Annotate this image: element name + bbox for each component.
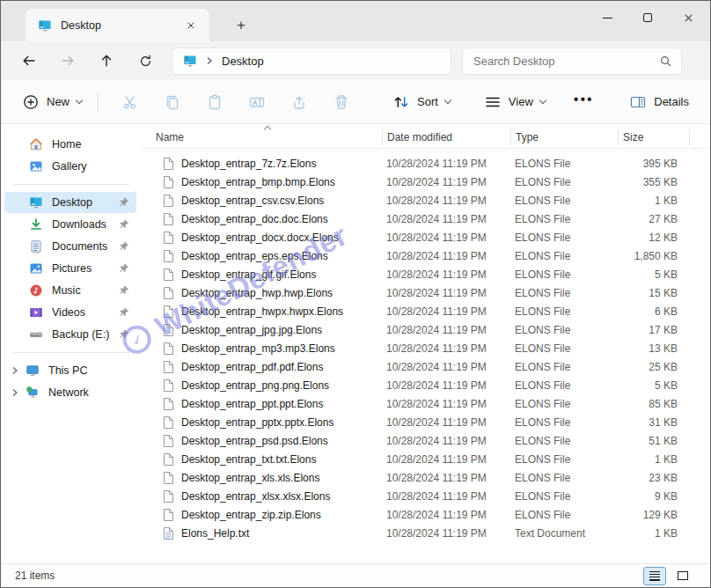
file-row[interactable]: Desktop_entrap_ppt.ppt.Elons10/28/2024 1…	[142, 394, 710, 413]
file-size: 1 KB	[618, 453, 690, 466]
search-box[interactable]	[462, 48, 682, 75]
file-row[interactable]: Desktop_entrap_doc.doc.Elons10/28/2024 1…	[142, 209, 710, 228]
breadcrumb-chevron-icon[interactable]	[205, 55, 214, 66]
file-row[interactable]: Desktop_entrap_zip.zip.Elons10/28/2024 1…	[142, 505, 710, 524]
file-icon	[163, 508, 174, 522]
address-bar[interactable]: Desktop	[172, 48, 451, 75]
navigation-bar: Desktop	[1, 41, 710, 80]
sidebar-item-this-pc[interactable]: This PC	[4, 360, 136, 381]
back-button[interactable]	[10, 46, 48, 76]
file-row[interactable]: Desktop_entrap_txt.txt.Elons10/28/2024 1…	[142, 450, 710, 468]
new-label: New	[47, 95, 70, 108]
up-button[interactable]	[87, 46, 126, 76]
file-row[interactable]: Desktop_entrap_7z.7z.Elons10/28/2024 11:…	[142, 154, 710, 173]
file-row[interactable]: Desktop_entrap_xlsx.xlsx.Elons10/28/2024…	[142, 487, 710, 505]
pin-icon	[119, 329, 129, 340]
file-name-cell: Desktop_entrap_gif.gif.Elons	[156, 268, 382, 282]
file-size: 25 KB	[618, 361, 690, 373]
refresh-button[interactable]	[126, 46, 165, 76]
share-button[interactable]	[290, 93, 308, 111]
column-header-type[interactable]: Type	[510, 129, 618, 146]
file-name: Desktop_entrap_csv.csv.Elons	[181, 195, 324, 207]
file-icon	[163, 194, 174, 208]
maximize-button[interactable]	[627, 3, 668, 33]
sidebar-item-gallery[interactable]: Gallery	[4, 156, 136, 177]
file-date-modified: 10/28/2024 11:19 PM	[382, 250, 510, 262]
paste-icon	[206, 93, 224, 111]
tab-desktop[interactable]: Desktop	[26, 9, 209, 41]
file-name-cell: Desktop_entrap_hwp.hwp.Elons	[156, 286, 382, 300]
large-icons-view-toggle[interactable]	[671, 567, 694, 585]
title-bar: Desktop +	[1, 1, 710, 41]
tab-title: Desktop	[61, 19, 172, 32]
tab-close-icon[interactable]	[181, 16, 201, 35]
view-button[interactable]: View	[479, 88, 551, 116]
new-tab-button[interactable]: +	[230, 14, 253, 37]
file-name-cell: Desktop_entrap_zip.zip.Elons	[156, 508, 382, 522]
file-row[interactable]: Desktop_entrap_hwpx.hwpx.Elons10/28/2024…	[142, 302, 710, 320]
file-row[interactable]: Desktop_entrap_png.png.Elons10/28/2024 1…	[142, 376, 710, 394]
file-row[interactable]: Desktop_entrap_jpg.jpg.Elons10/28/2024 1…	[142, 320, 710, 339]
sidebar-item-backup-e[interactable]: Backup (E:)	[4, 324, 136, 345]
sidebar-item-music[interactable]: Music	[4, 280, 136, 301]
file-size: 1 KB	[618, 195, 690, 207]
rename-icon	[248, 93, 266, 111]
sidebar-divider	[13, 184, 129, 185]
file-row[interactable]: Desktop_entrap_eps.eps.Elons10/28/2024 1…	[142, 246, 710, 265]
file-date-modified: 10/28/2024 11:19 PM	[382, 509, 510, 521]
file-size: 31 KB	[618, 416, 690, 429]
cut-button[interactable]	[121, 93, 139, 111]
file-row[interactable]: Desktop_entrap_psd.psd.Elons10/28/2024 1…	[142, 431, 710, 450]
copy-button[interactable]	[164, 93, 181, 111]
file-row[interactable]: Desktop_entrap_mp3.mp3.Elons10/28/2024 1…	[142, 339, 710, 357]
minimize-button[interactable]	[587, 3, 627, 33]
file-row[interactable]: Desktop_entrap_csv.csv.Elons10/28/2024 1…	[142, 191, 710, 209]
file-row[interactable]: Desktop_entrap_bmp.bmp.Elons10/28/2024 1…	[142, 173, 710, 191]
search-input[interactable]	[472, 54, 659, 69]
file-date-modified: 10/28/2024 11:19 PM	[382, 490, 510, 503]
file-name: Desktop_entrap_xls.xls.Elons	[181, 472, 319, 484]
paste-button[interactable]	[206, 93, 224, 111]
file-row[interactable]: Desktop_entrap_docx.docx.Elons10/28/2024…	[142, 228, 710, 246]
sidebar-item-network[interactable]: Network	[4, 382, 136, 403]
close-button[interactable]	[668, 3, 708, 33]
file-row[interactable]: Desktop_entrap_pptx.pptx.Elons10/28/2024…	[142, 413, 710, 431]
file-row[interactable]: Elons_Help.txt10/28/2024 11:19 PMText Do…	[142, 524, 710, 542]
command-bar: New Sort View ••• Details	[1, 80, 710, 124]
file-row[interactable]: Desktop_entrap_pdf.pdf.Elons10/28/2024 1…	[142, 357, 710, 376]
sidebar-item-desktop[interactable]: Desktop	[4, 192, 136, 213]
trash-icon	[333, 93, 350, 111]
column-header-size[interactable]: Size	[618, 129, 690, 146]
file-row[interactable]: Desktop_entrap_hwp.hwp.Elons10/28/2024 1…	[142, 283, 710, 302]
file-name: Desktop_entrap_psd.psd.Elons	[181, 435, 328, 447]
details-view-toggle[interactable]	[643, 567, 666, 585]
gallery-icon	[29, 159, 43, 173]
documents-icon	[29, 239, 43, 254]
sidebar-item-documents[interactable]: Documents	[4, 236, 136, 257]
file-type: ELONS File	[510, 213, 618, 225]
sort-button[interactable]: Sort	[387, 88, 456, 116]
file-name: Desktop_entrap_docx.docx.Elons	[181, 232, 339, 244]
rename-button[interactable]	[248, 93, 266, 111]
file-date-modified: 10/28/2024 11:19 PM	[382, 398, 510, 410]
file-type: ELONS File	[510, 361, 618, 373]
file-size: 13 KB	[618, 342, 690, 355]
status-bar: 21 items	[1, 563, 710, 587]
file-date-modified: 10/28/2024 11:19 PM	[382, 287, 510, 299]
file-row[interactable]: Desktop_entrap_gif.gif.Elons10/28/2024 1…	[142, 265, 710, 283]
file-row[interactable]: Desktop_entrap_xls.xls.Elons10/28/2024 1…	[142, 468, 710, 487]
delete-button[interactable]	[333, 93, 350, 111]
chevron-down-icon	[444, 96, 451, 103]
file-name: Desktop_entrap_doc.doc.Elons	[181, 213, 328, 225]
more-options-button[interactable]: •••	[568, 92, 599, 113]
sidebar-item-videos[interactable]: Videos	[4, 302, 136, 323]
details-button[interactable]: Details	[624, 88, 694, 116]
sidebar-item-home[interactable]: Home	[4, 134, 136, 155]
breadcrumb-location[interactable]: Desktop	[222, 55, 264, 68]
column-header-date-modified[interactable]: Date modified	[382, 129, 510, 146]
forward-button[interactable]	[48, 46, 87, 76]
sidebar-item-downloads[interactable]: Downloads	[4, 214, 136, 235]
downloads-icon	[29, 217, 43, 232]
new-button[interactable]: New	[17, 88, 87, 116]
sidebar-item-pictures[interactable]: Pictures	[4, 258, 136, 279]
